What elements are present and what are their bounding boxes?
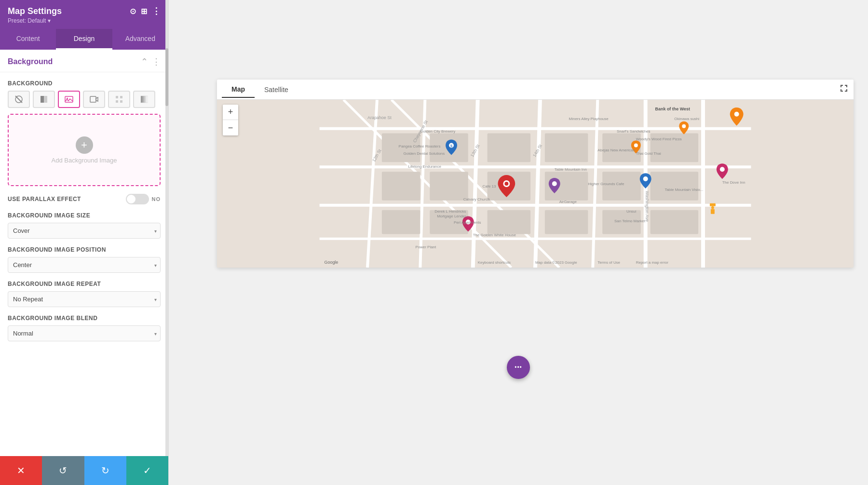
toggle-track[interactable] (126, 194, 149, 204)
image-repeat-select[interactable]: No Repeat Repeat Repeat X Repeat Y (8, 291, 161, 307)
header-icons: ⊙ ⊞ ⋮ (130, 6, 161, 16)
svg-text:The Golden White House: The Golden White House (473, 233, 516, 237)
svg-rect-41 (488, 210, 530, 234)
svg-text:Peri Apartments: Peri Apartments (454, 220, 481, 225)
tab-content[interactable]: Content (0, 29, 56, 50)
svg-text:Abejas New American: Abejas New American (597, 148, 635, 152)
svg-rect-3 (44, 96, 47, 103)
svg-text:Table Mountain Inn: Table Mountain Inn (555, 167, 587, 172)
map-expand-button[interactable] (839, 83, 849, 95)
columns-icon[interactable]: ⊞ (141, 7, 147, 16)
svg-rect-34 (545, 134, 588, 162)
svg-point-58 (504, 182, 508, 186)
gradient-icon (140, 95, 149, 104)
sidebar-content: Background ⌃ ⋮ Background (0, 50, 168, 485)
scrollbar-thumb[interactable] (165, 48, 168, 106)
upload-plus-icon: + (76, 136, 93, 154)
map-container: Map Satellite + − (217, 80, 854, 268)
zoom-in-button[interactable]: + (223, 105, 238, 120)
redo-button[interactable]: ↻ (84, 456, 126, 485)
image-blend-group: Background Image Blend Normal Multiply S… (8, 315, 161, 341)
color-icon (40, 95, 48, 104)
undo-icon: ↺ (59, 465, 67, 476)
svg-text:Derek L Hendricks: Derek L Hendricks (434, 209, 466, 214)
more-icon[interactable]: ⋮ (152, 6, 161, 16)
svg-rect-42 (545, 210, 588, 234)
image-size-select[interactable]: Cover Contain Auto Custom (8, 223, 161, 239)
section-more-icon[interactable]: ⋮ (152, 56, 161, 67)
bg-icon-color[interactable] (33, 91, 55, 108)
parallax-toggle[interactable]: NO (126, 194, 161, 204)
background-field-label: Background (8, 80, 161, 87)
svg-text:Thai Gold Thai: Thai Gold Thai (636, 151, 661, 156)
scrollbar-track (165, 0, 168, 485)
tab-advanced[interactable]: Advanced (112, 29, 168, 50)
svg-text:Miners Alley Playhouse: Miners Alley Playhouse (569, 117, 609, 121)
cancel-button[interactable]: ✕ (0, 456, 42, 485)
map-tab-satellite[interactable]: Satellite (255, 82, 298, 97)
map-area: Map Satellite + − (169, 0, 868, 485)
bg-icon-image[interactable] (58, 91, 80, 108)
image-size-select-wrap: Cover Contain Auto Custom ▾ (8, 223, 161, 239)
fab-button[interactable]: ••• (507, 356, 530, 379)
image-position-label: Background Image Position (8, 246, 161, 253)
svg-rect-11 (120, 100, 122, 103)
bg-icon-gradient[interactable] (133, 91, 155, 108)
save-icon: ✓ (143, 465, 151, 476)
map-svg: 12th St 13th St 14th St Cheyenne St Arap… (217, 100, 854, 268)
preset-label: Preset: Default (8, 17, 46, 24)
svg-rect-44 (651, 210, 698, 234)
svg-point-60 (720, 167, 725, 172)
preset-arrow: ▾ (48, 17, 51, 24)
collapse-icon[interactable]: ⌃ (141, 56, 148, 67)
svg-text:Google: Google (325, 260, 339, 265)
zoom-out-button[interactable]: − (223, 120, 238, 135)
map-tab-map[interactable]: Map (222, 81, 255, 98)
pattern-icon (115, 95, 123, 104)
image-blend-label: Background Image Blend (8, 315, 161, 322)
bg-icon-pattern[interactable] (108, 91, 130, 108)
map-background: 12th St 13th St 14th St Cheyenne St Arap… (217, 100, 854, 268)
sidebar-title-row: Map Settings ⊙ ⊞ ⋮ (8, 6, 161, 16)
svg-rect-38 (651, 172, 698, 201)
svg-text:Golden City Brewery: Golden City Brewery (420, 129, 455, 134)
svg-point-5 (67, 98, 68, 99)
section-body: Background (0, 72, 168, 357)
parallax-label: Use Parallax Effect (8, 196, 81, 202)
svg-text:Golden Dental Solutions: Golden Dental Solutions (404, 151, 445, 156)
svg-text:Keyboard shortcuts: Keyboard shortcuts (478, 260, 511, 265)
map-zoom-controls: + − (223, 105, 238, 135)
svg-text:Arapahoe St: Arapahoe St (367, 115, 392, 120)
section-title: Background (8, 57, 53, 66)
map-toolbar: Map Satellite (217, 80, 854, 100)
image-upload-area[interactable]: + Add Background Image (8, 114, 161, 186)
map-settings-title: Map Settings (8, 6, 62, 16)
image-blend-select[interactable]: Normal Multiply Screen Overlay (8, 325, 161, 341)
image-blend-select-wrap: Normal Multiply Screen Overlay ▾ (8, 325, 161, 341)
svg-text:Woody's Wood Fired Pizza: Woody's Wood Fired Pizza (636, 137, 682, 142)
svg-rect-4 (65, 96, 73, 102)
bg-icon-none[interactable] (8, 91, 30, 108)
svg-text:Calvary Church: Calvary Church (463, 197, 490, 202)
svg-text:Power Plant: Power Plant (415, 245, 436, 249)
preset-row[interactable]: Preset: Default ▾ (8, 17, 161, 24)
svg-text:Snarf's Sandwiches: Snarf's Sandwiches (617, 129, 650, 134)
svg-text:Table Mountain Visio...: Table Mountain Visio... (665, 188, 703, 192)
section-header-icons: ⌃ ⋮ (141, 56, 161, 67)
svg-rect-8 (116, 96, 118, 98)
image-position-select[interactable]: Center Top Left Top Center Top Right (8, 257, 161, 273)
svg-rect-29 (488, 134, 530, 162)
parallax-row: Use Parallax Effect NO (8, 194, 161, 204)
svg-rect-64 (711, 209, 715, 214)
tab-design[interactable]: Design (56, 29, 112, 50)
image-repeat-label: Background Image Repeat (8, 281, 161, 287)
svg-point-51 (734, 112, 739, 117)
monitor-icon[interactable]: ⊙ (130, 7, 136, 16)
svg-text:Map data ©2023 Google: Map data ©2023 Google (535, 260, 577, 265)
bg-icon-video[interactable] (83, 91, 105, 108)
save-button[interactable]: ✓ (126, 456, 168, 485)
svg-point-63 (711, 206, 714, 209)
undo-button[interactable]: ↺ (42, 456, 84, 485)
svg-text:Washington Ave: Washington Ave (645, 191, 650, 222)
image-icon (65, 95, 73, 104)
